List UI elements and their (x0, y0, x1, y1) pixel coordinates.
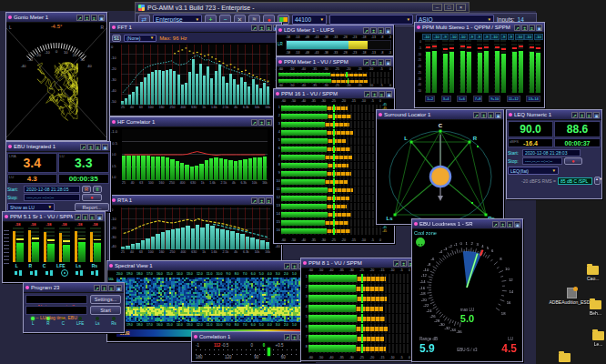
panel-titlebar[interactable]: PPM 8 1 - VU / SPPM ↗±≡▣ (301, 258, 423, 268)
panel-titlebar[interactable]: LDG Meter 1 - LUFS ↗±≡▣ (277, 25, 393, 35)
panel-titlebar[interactable]: Surround Locator 1 ↗±≡▣ (377, 110, 503, 120)
popout-icon[interactable]: ↗ (80, 144, 86, 150)
minimize-icon[interactable]: ≡ (91, 15, 97, 21)
popout-icon[interactable]: ↗ (571, 112, 578, 118)
pin-icon[interactable]: ± (371, 91, 378, 97)
pin-icon[interactable]: ± (370, 27, 377, 34)
minimize-icon[interactable]: ≡ (89, 214, 96, 220)
pin-icon[interactable]: ± (258, 119, 265, 126)
popout-icon[interactable]: ↗ (284, 263, 290, 269)
minimize-icon[interactable]: ≡ (529, 25, 535, 31)
pause-button[interactable]: II (93, 186, 102, 193)
pin-icon[interactable]: ± (370, 59, 377, 66)
minimize-icon[interactable]: ≡ (507, 221, 513, 228)
desktop-icon-folder-4[interactable] (559, 353, 571, 362)
maximize-icon[interactable]: ▣ (536, 25, 542, 31)
samplerate-select[interactable]: 44100 ▼ (292, 15, 327, 25)
maximize-icon[interactable]: ▣ (386, 91, 392, 97)
popout-icon[interactable]: ↗ (363, 27, 369, 34)
minimize-icon[interactable]: ≡ (488, 112, 494, 118)
pin-icon[interactable]: ± (579, 112, 585, 118)
minimize-icon[interactable]: ≡ (95, 144, 101, 150)
panel-titlebar[interactable]: PPM 5.1 Sr 1 - VU / SPPM ↗±≡▣ (3, 212, 105, 222)
pin-icon[interactable]: ± (101, 285, 107, 291)
minimize-button[interactable]: – (432, 4, 442, 11)
panel-titlebar[interactable]: EBU Integrated 1 ↗±≡▣ (6, 142, 110, 152)
minimize-icon[interactable]: ≡ (266, 25, 272, 31)
panel-titlebar[interactable]: Correlation 1 ↗±≡▣ (192, 332, 314, 342)
desktop-icon-folder-1[interactable]: Cao... (587, 266, 599, 281)
maximize-icon[interactable]: ▣ (96, 214, 103, 220)
pin-icon[interactable]: ± (258, 25, 265, 31)
spinner-control[interactable]: ▲▼ (594, 177, 601, 185)
desktop-icon-folder-3[interactable]: Le... (592, 331, 604, 347)
minimize-icon[interactable]: ≡ (586, 112, 592, 118)
show-as-select[interactable]: Show as LU ▼ (7, 203, 55, 211)
minimize-icon[interactable]: ≡ (266, 119, 272, 126)
maximize-icon[interactable]: ▣ (385, 59, 391, 66)
pin-icon[interactable]: ± (521, 25, 528, 31)
popout-icon[interactable]: ↗ (514, 25, 520, 31)
maximize-icon[interactable]: ▣ (102, 144, 108, 150)
close-button[interactable]: × (456, 4, 466, 11)
stop-field[interactable]: ----.--.-- --:--:-- (24, 194, 80, 201)
maximize-icon[interactable]: ▣ (495, 112, 501, 118)
minimize-icon[interactable]: ≡ (378, 27, 384, 34)
panel-titlebar[interactable]: PPM 16 1 - VU / SPPM ↗±≡▣ (274, 89, 394, 99)
maximize-icon[interactable]: ▣ (593, 112, 600, 118)
maximize-icon[interactable]: ▣ (385, 27, 391, 34)
panel-titlebar[interactable]: RTA 1 ↗±≡▣ (110, 196, 281, 206)
popout-icon[interactable]: ↗ (251, 119, 258, 126)
popout-icon[interactable]: ↗ (473, 112, 480, 118)
start-field[interactable]: 2020-12-08 21:28:05 (24, 186, 80, 193)
pin-icon[interactable]: ± (82, 214, 88, 220)
maximize-button[interactable]: □ (444, 4, 454, 11)
maximize-icon[interactable]: ▣ (98, 15, 105, 21)
popout-icon[interactable]: ↗ (492, 221, 499, 228)
stop-field[interactable]: ----.--.-- --:--:-- (522, 157, 562, 165)
pin-icon[interactable]: ± (84, 15, 90, 21)
settings-button[interactable]: Settings... (90, 295, 121, 304)
minimize-icon[interactable]: ≡ (266, 197, 272, 204)
pin-icon[interactable]: ± (480, 112, 487, 118)
fft-source-select[interactable]: (None) ▼ (124, 35, 157, 42)
start-button[interactable]: Start (90, 306, 121, 315)
popout-icon[interactable]: ↗ (75, 214, 81, 220)
minimize-icon[interactable]: ≡ (379, 91, 385, 97)
popout-icon[interactable]: ↗ (363, 59, 369, 66)
minimize-icon[interactable]: ≡ (108, 285, 115, 291)
pin-icon[interactable]: ± (291, 263, 298, 269)
popout-icon[interactable]: ↗ (76, 15, 83, 21)
record-button[interactable]: ● (564, 157, 582, 165)
desktop-icon-folder-2[interactable]: Beh... (590, 300, 601, 316)
device-select[interactable]: ▼ (329, 15, 413, 25)
pin-icon[interactable]: ± (87, 144, 94, 150)
popout-icon[interactable]: ↗ (364, 91, 370, 97)
fft-s1-button[interactable]: S1 (112, 35, 121, 42)
popout-icon[interactable]: ↗ (94, 285, 100, 291)
leq-mode-select[interactable]: LEQ(flat) ▼ (508, 167, 559, 175)
popout-icon[interactable]: ↗ (251, 25, 258, 31)
panel-titlebar[interactable]: PPM Multi Stereo 1 - QPPM / SPPM ↗±≡▣ (415, 23, 544, 33)
popout-icon[interactable]: ↗ (251, 197, 258, 204)
main-titlebar[interactable]: PG-AMM v3.1 Build 723 - Enterprise - – □… (135, 2, 470, 13)
report-button[interactable]: Report... (75, 203, 109, 211)
pin-icon[interactable]: ± (400, 260, 407, 267)
panel-titlebar[interactable]: Spectral View 1 ↗±≡▣ (107, 261, 314, 271)
panel-titlebar[interactable]: HF Correlator 1 ↗±≡▣ (110, 117, 281, 127)
panel-titlebar[interactable]: LEQ Numeric 1 ↗±≡▣ (507, 110, 601, 120)
panel-titlebar[interactable]: EBU Loudness 1 - SR ↗±≡▣ (412, 219, 522, 229)
pin-icon[interactable]: ± (291, 334, 298, 340)
panel-titlebar[interactable]: Program 23 ↗±≡▣ (24, 283, 124, 293)
panel-titlebar[interactable]: PPM Meter 1 - VU / SPPM ↗±≡▣ (277, 57, 393, 67)
panel-titlebar[interactable]: FFT 1 ↗±≡▣ (110, 23, 281, 33)
panel-titlebar[interactable]: Gonio Meter 1 ↗±≡▣ (6, 13, 106, 23)
reset-button[interactable]: R (82, 186, 91, 193)
start-field[interactable]: 2020-12-08 21:28:03 (522, 149, 581, 157)
popout-icon[interactable]: ↗ (393, 260, 399, 267)
pin-icon[interactable]: ± (500, 221, 506, 228)
maximize-icon[interactable]: ▣ (514, 221, 520, 228)
pin-icon[interactable]: ± (258, 197, 265, 204)
maximize-icon[interactable]: ▣ (116, 285, 122, 291)
record-button[interactable]: ● (82, 194, 102, 201)
